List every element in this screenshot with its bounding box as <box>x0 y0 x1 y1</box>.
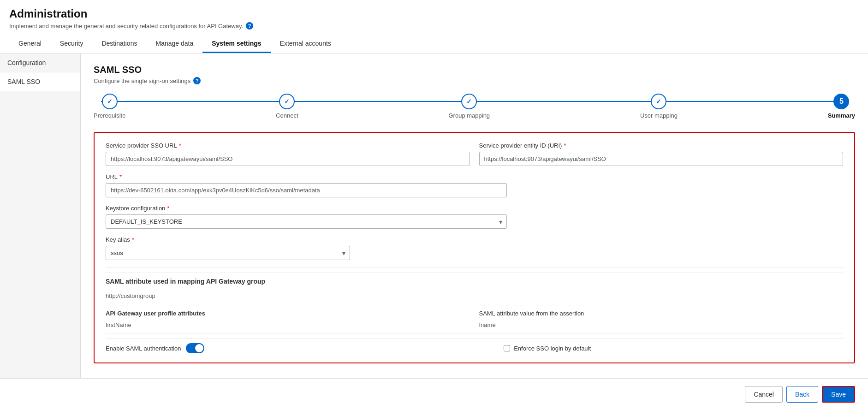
keystore-select-wrapper: DEFAULT_IS_KEYSTORE <box>106 214 507 229</box>
saml-attribute-section-header: SAML attribute used in mapping API Gatew… <box>106 273 843 289</box>
enforce-sso-checkbox[interactable] <box>504 345 510 351</box>
section-help-icon[interactable]: ? <box>193 77 201 84</box>
content-area: Configuration SAML SSO SAML SSO Configur… <box>0 53 868 378</box>
keystore-select[interactable]: DEFAULT_IS_KEYSTORE <box>106 214 507 229</box>
key-alias-required: * <box>132 236 134 243</box>
sidebar-item-configuration[interactable]: Configuration <box>0 53 80 72</box>
toggle-track <box>186 343 204 353</box>
help-icon[interactable]: ? <box>246 22 253 30</box>
keystore-required: * <box>167 205 169 212</box>
sidebar: Configuration SAML SSO <box>0 53 81 378</box>
profile-attribute-fname: fname <box>479 321 844 328</box>
stepper: ✓ Prerequisite ✓ Connect ✓ Group mapping… <box>94 94 855 119</box>
key-alias-select[interactable]: ssos <box>106 246 350 260</box>
key-alias-select-wrapper: ssos <box>106 246 350 260</box>
key-alias-label: Key alias * <box>106 236 350 243</box>
stepper-steps: ✓ Prerequisite ✓ Connect ✓ Group mapping… <box>94 94 855 119</box>
url-input[interactable] <box>106 183 507 197</box>
stepper-circle-prerequisite: ✓ <box>102 94 118 109</box>
divider-2 <box>106 305 843 305</box>
tab-external-accounts[interactable]: External accounts <box>271 35 340 53</box>
stepper-circle-group-mapping: ✓ <box>461 94 477 109</box>
tab-general[interactable]: General <box>9 35 51 53</box>
enable-saml-row: Enable SAML authentication Enforce SSO l… <box>106 338 843 353</box>
tab-manage-data[interactable]: Manage data <box>146 35 202 53</box>
stepper-step-user-mapping[interactable]: ✓ User mapping <box>640 94 678 119</box>
section-title: SAML SSO <box>94 65 855 75</box>
divider-1 <box>106 267 843 268</box>
stepper-label-user-mapping: User mapping <box>640 112 678 119</box>
entity-id-required: * <box>564 142 566 149</box>
main-nav: General Security Destinations Manage dat… <box>9 35 859 53</box>
profile-attributes-header: API Gateway user profile attributes SAML… <box>106 310 843 317</box>
form-group-entity-id: Service provider entity ID (URI) * <box>479 142 844 166</box>
stepper-label-prerequisite: Prerequisite <box>94 112 125 119</box>
section-subtitle: Configure the single sign-on settings ? <box>94 77 855 84</box>
stepper-label-summary: Summary <box>828 112 855 119</box>
toggle-thumb <box>195 344 203 352</box>
divider-3 <box>106 333 843 333</box>
page-header: Administration Implement and manage the … <box>0 0 868 53</box>
enable-saml-label: Enable SAML authentication <box>106 345 181 352</box>
enforce-sso-label: Enforce SSO login by default <box>514 345 591 352</box>
footer-actions: Cancel Back Save <box>0 378 868 410</box>
stepper-step-connect[interactable]: ✓ Connect <box>276 94 298 119</box>
tab-system-settings[interactable]: System settings <box>202 35 270 53</box>
save-button[interactable]: Save <box>822 386 855 403</box>
stepper-label-connect: Connect <box>276 112 298 119</box>
saml-attribute-value: http://customgroup <box>106 292 843 299</box>
tab-security[interactable]: Security <box>51 35 93 53</box>
profile-attributes-col-header: API Gateway user profile attributes <box>106 310 470 317</box>
page-title: Administration <box>9 7 859 20</box>
url-label: URL * <box>106 173 843 180</box>
cancel-button[interactable]: Cancel <box>745 386 783 403</box>
sso-url-input[interactable] <box>106 152 470 166</box>
keystore-label: Keystore configuration * <box>106 205 507 212</box>
sidebar-item-saml-sso[interactable]: SAML SSO <box>0 72 80 91</box>
form-group-url: URL * <box>106 173 843 197</box>
form-group-key-alias: Key alias * ssos <box>106 236 350 260</box>
stepper-circle-summary: 5 <box>833 94 849 109</box>
stepper-step-prerequisite[interactable]: ✓ Prerequisite <box>94 94 125 119</box>
enforce-sso-row: Enforce SSO login by default <box>209 345 843 352</box>
sso-url-label: Service provider SSO URL * <box>106 142 470 149</box>
form-group-keystore: Keystore configuration * DEFAULT_IS_KEYS… <box>106 205 507 229</box>
tab-destinations[interactable]: Destinations <box>92 35 146 53</box>
form-row-sso-entity: Service provider SSO URL * Service provi… <box>106 142 843 166</box>
stepper-step-group-mapping[interactable]: ✓ Group mapping <box>448 94 490 119</box>
profile-attributes-row-1: firstName fname <box>106 321 843 328</box>
url-required: * <box>119 173 122 180</box>
entity-id-input[interactable] <box>479 152 844 166</box>
entity-id-label: Service provider entity ID (URI) * <box>479 142 844 149</box>
main-content: SAML SSO Configure the single sign-on se… <box>81 53 868 378</box>
sso-url-required: * <box>179 142 181 149</box>
form-group-sso-url: Service provider SSO URL * <box>106 142 470 166</box>
stepper-circle-user-mapping: ✓ <box>651 94 666 109</box>
back-button[interactable]: Back <box>786 386 818 403</box>
profile-attribute-firstname: firstName <box>106 321 470 328</box>
assertion-col-header: SAML attribute value from the assertion <box>479 310 844 317</box>
stepper-step-summary[interactable]: 5 Summary <box>828 94 855 119</box>
stepper-circle-connect: ✓ <box>279 94 295 109</box>
enable-saml-toggle[interactable] <box>186 343 204 353</box>
form-panel: Service provider SSO URL * Service provi… <box>94 132 855 363</box>
page-subtitle: Implement and manage the general and sec… <box>9 22 859 30</box>
stepper-label-group-mapping: Group mapping <box>448 112 490 119</box>
